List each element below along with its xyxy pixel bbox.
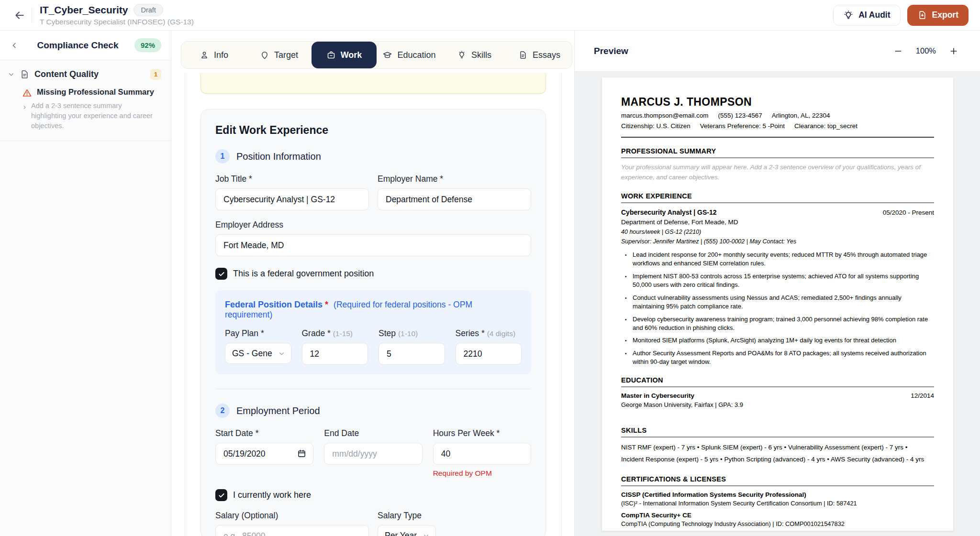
resume-bullet: Implement NIST 800-53 controls across 15… [621,272,934,290]
ai-audit-button[interactable]: AI Audit [833,5,900,26]
back-arrow-icon [13,9,26,22]
page-subtitle: T Cybersecurity Specialist (INFOSEC) (GS… [40,18,194,26]
currently-work-checkbox-row[interactable]: I currently work here [215,489,531,501]
salary-type-select[interactable]: Per Year [378,525,436,536]
sidebar-section-content-quality[interactable]: Content Quality 1 [0,60,171,87]
chevron-down-icon [8,71,15,78]
resume-degree: Master in Cybersecurity [621,392,694,399]
resume-contact-line2: Citizenship: U.S. CitizenVeterans Prefer… [621,122,934,130]
resume-cert-org: (ISC)² - International Information Syste… [621,500,934,507]
tab-essays[interactable]: Essays [507,42,572,68]
resume-veterans: Veterans Preference: 5 -Point [700,122,785,130]
resume-work-heading: WORK EXPERIENCE [621,192,934,203]
hours-per-week-label: Hours Per Week * [433,428,531,438]
resume-bullet: Author Security Assessment Reports and P… [621,349,934,367]
tab-info[interactable]: Info [181,42,246,68]
resume-cert-org: CompTIA (Computing Technology Industry A… [621,520,934,527]
federal-position-checkbox-row[interactable]: This is a federal government position [215,268,531,280]
ai-audit-label: AI Audit [858,10,890,20]
resume-page: MARCUS J. THOMPSON marcus.thompson@email… [602,77,953,531]
preview-canvas[interactable]: MARCUS J. THOMPSON marcus.thompson@email… [575,72,980,536]
resume-bullet: Monitored SIEM platforms (Splunk, ArcSig… [621,336,934,345]
zoom-in-button[interactable] [947,44,961,58]
tab-label: Essays [533,50,560,60]
tab-label: Skills [471,50,491,60]
chevron-right-icon[interactable] [22,105,27,131]
resume-bullet-list: Lead incident response for 200+ monthly … [621,251,934,367]
export-file-icon [917,10,927,20]
section-title: Position Information [236,151,321,162]
resume-header-rule [621,137,934,138]
currently-work-label: I currently work here [233,490,311,500]
form-title: Edit Work Experience [215,124,531,137]
issue-header[interactable]: Missing Professional Summary [22,88,161,98]
series-label: Series * (4 digits) [456,328,522,339]
header-divider [32,7,32,23]
tab-label: Work [341,50,362,60]
required-asterisk: * [325,300,328,309]
compliance-sidebar: Compliance Check 92% Content Quality 1 M… [0,31,171,536]
tab-target[interactable]: Target [246,42,312,68]
graduation-cap-icon [382,50,392,60]
issue-description: Add a 2-3 sentence summary highlighting … [31,101,156,131]
tab-skills[interactable]: Skills [442,42,507,68]
resume-job-meta: 40 hours/week | GS-12 (2210) [621,229,934,235]
resume-summary-heading: PROFESSIONAL SUMMARY [621,147,934,158]
resume-citizenship: Citizenship: U.S. Citizen [621,122,690,130]
minus-icon [893,46,903,56]
pay-plan-label: Pay Plan * [225,328,291,339]
employer-address-label: Employer Address [215,220,531,230]
zoom-level: 100% [916,46,936,55]
section-tabbar: Info Target Work [181,41,572,69]
resume-phone: (555) 123-4567 [718,112,762,119]
checkbox-checked-icon[interactable] [215,268,227,280]
employer-name-input[interactable] [378,188,531,210]
lightbulb-icon [457,50,467,60]
step-input[interactable] [379,343,445,365]
sidebar-collapse-button[interactable] [8,39,21,52]
end-date-input[interactable] [324,443,422,465]
editor-column: Info Target Work [171,31,574,536]
step-number-badge: 1 [215,149,230,164]
compliance-issue: Missing Professional Summary Add a 2-3 s… [0,87,171,141]
series-input[interactable] [456,343,522,365]
tab-label: Target [274,50,298,60]
employer-name-label: Employer Name * [378,174,531,184]
resume-contact-line1: marcus.thompson@email.com(555) 123-4567A… [621,112,934,119]
export-button[interactable]: Export [907,5,969,26]
plus-icon [949,46,958,56]
hours-per-week-input[interactable] [433,443,531,465]
salary-type-label: Salary Type [378,511,531,521]
resume-job-dates: 05/2020 - Present [883,209,934,216]
pay-plan-select[interactable]: GS - Gene [225,343,291,364]
work-experience-card: Edit Work Experience 1 Position Informat… [200,109,546,536]
start-date-label: Start Date * [215,428,313,438]
job-title-input[interactable] [215,188,369,210]
resume-location: Arlington, AL, 22304 [772,112,830,119]
tab-work[interactable]: Work [312,42,377,68]
employer-address-input[interactable] [215,234,531,256]
checkbox-checked-icon[interactable] [215,489,227,501]
tab-education[interactable]: Education [377,42,442,68]
grade-input[interactable] [302,343,368,365]
resume-cert-name: CompTIA Security+ CE [621,512,934,519]
federal-checkbox-label: This is a federal government position [233,269,374,279]
form-scroll-area[interactable]: Edit Work Experience 1 Position Informat… [185,73,562,536]
zoom-out-button[interactable] [891,44,905,58]
resume-summary-placeholder: Your professional summary will appear he… [621,163,934,183]
document-icon [20,69,30,79]
resume-bullet: Develop cybersecurity awareness training… [621,315,934,333]
salary-input[interactable] [215,525,369,536]
issue-title: Missing Professional Summary [37,88,154,97]
section-title: Employment Period [236,405,320,416]
resume-cert-name: CISSP (Certified Information Systems Sec… [621,491,934,498]
resume-skills-line: NIST RMF (expert) - 7 yrs • Splunk SIEM … [621,441,934,454]
export-label: Export [932,10,958,20]
calendar-icon[interactable] [297,448,307,460]
briefcase-icon [326,50,336,60]
step-number-badge: 2 [215,404,230,418]
salary-type-value: Per Year [385,531,417,536]
back-button[interactable] [11,7,28,23]
salary-label: Salary (Optional) [215,511,369,521]
pay-plan-value: GS - Gene [232,349,272,359]
